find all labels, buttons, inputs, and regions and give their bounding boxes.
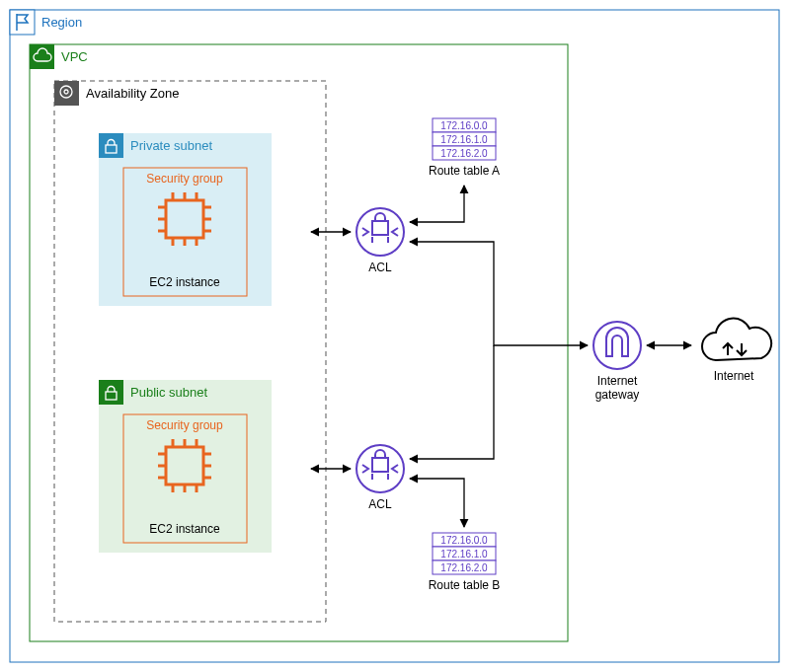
rtb-entry-2: 172.16.2.0	[440, 562, 488, 573]
public-subnet-label: Public subnet	[130, 385, 207, 400]
rta-entry-1: 172.16.1.0	[440, 134, 488, 145]
route-table-a-label: Route table A	[429, 164, 500, 178]
internet-gateway-icon	[593, 322, 641, 369]
route-table-a: 172.16.0.0 172.16.1.0 172.16.2.0	[433, 118, 496, 160]
public-sg-label: Security group	[146, 418, 223, 432]
igw-label-2: gateway	[595, 388, 640, 402]
vpc-label: VPC	[61, 49, 88, 64]
private-ec2-label: EC2 instance	[149, 275, 220, 289]
region-box: Region	[10, 10, 779, 662]
private-sg-label: Security group	[146, 172, 223, 186]
private-subnet-label: Private subnet	[130, 138, 212, 153]
acl-top-label: ACL	[368, 261, 392, 274]
rta-entry-2: 172.16.2.0	[440, 148, 488, 159]
internet-cloud-icon	[702, 319, 771, 360]
az-label: Availability Zone	[86, 86, 179, 101]
internet-label: Internet	[714, 369, 754, 383]
svg-point-44	[356, 445, 404, 492]
route-table-b: 172.16.0.0 172.16.1.0 172.16.2.0	[433, 533, 496, 574]
acl-bottom-label: ACL	[368, 497, 392, 511]
igw-label-1: Internet	[597, 374, 638, 388]
svg-rect-0	[10, 10, 779, 662]
rtb-entry-1: 172.16.1.0	[440, 549, 488, 560]
rtb-entry-0: 172.16.0.0	[440, 535, 488, 546]
public-ec2-label: EC2 instance	[149, 522, 220, 536]
svg-point-40	[356, 208, 404, 256]
rta-entry-0: 172.16.0.0	[440, 120, 488, 131]
region-label: Region	[41, 15, 82, 30]
acl-bottom-icon	[356, 445, 404, 492]
svg-point-54	[593, 322, 641, 369]
route-table-b-label: Route table B	[429, 578, 501, 592]
acl-top-icon	[356, 208, 404, 256]
